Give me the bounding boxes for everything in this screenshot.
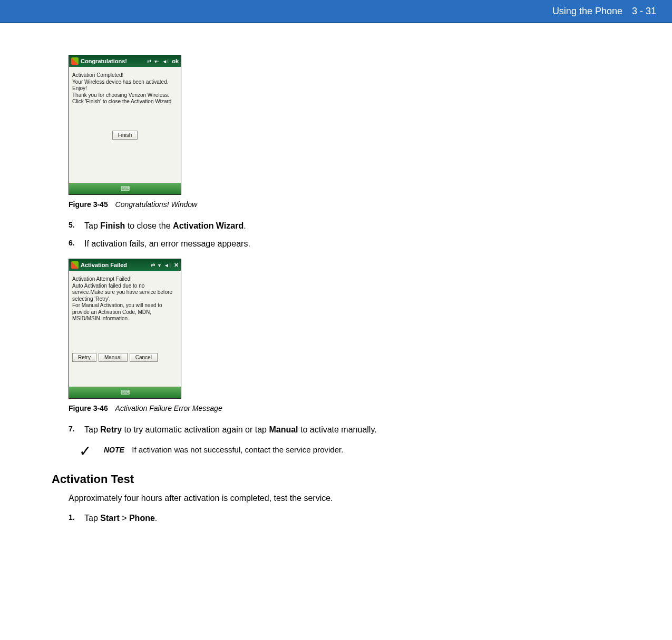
phone-bottombar: ⌨: [69, 387, 181, 398]
step-5: 5. Tap Finish to close the Activation Wi…: [69, 220, 538, 232]
phone-window-title: Activation Failed: [81, 262, 127, 268]
note-label: NOTE: [104, 446, 124, 454]
step-list: 7. Tap Retry to try automatic activation…: [69, 424, 538, 436]
step-list: 5. Tap Finish to close the Activation Wi…: [69, 220, 538, 249]
step-list: 1. Tap Start > Phone.: [69, 513, 538, 524]
figure-title: Activation Failure Error Message: [115, 404, 222, 412]
step-7: 7. Tap Retry to try automatic activation…: [69, 424, 538, 436]
connection-icon: ⇄: [151, 262, 155, 268]
note-block: ✓ NOTE If activation was not successful,…: [79, 445, 538, 459]
phone-button-row: Retry Manual Cancel: [72, 353, 178, 362]
msg-line: provide an Activation Code, MDN,: [72, 309, 178, 316]
msg-line: Click 'Finish' to close the Activation W…: [72, 99, 178, 105]
msg-line: Thank you for choosing Verizon Wireless.: [72, 92, 178, 99]
connection-icon: ⇄: [147, 58, 151, 64]
msg-line: Your Wireless device has been activated.: [72, 79, 178, 86]
checkmark-icon: ✓: [79, 444, 91, 459]
figure-caption: Figure 3-46 Activation Failure Error Mes…: [69, 404, 538, 412]
phone-body: Activation Attempt Failed! Auto Activati…: [69, 271, 181, 387]
phone-bottombar: ⌨: [69, 183, 181, 194]
figure-title: Congratulations! Window: [115, 200, 198, 209]
msg-line: For Manual Activation, you will need to: [72, 302, 178, 309]
step-text: If activation fails, an error message ap…: [84, 238, 250, 250]
msg-line: service.Make sure you have service befor…: [72, 289, 178, 296]
phone-mockup-activation-failed: Activation Failed ⇄ ▾ ◄⁞ ✕ Activation At…: [69, 259, 181, 399]
phone-body: Activation Completed! Your Wireless devi…: [69, 67, 181, 183]
ok-button[interactable]: ok: [172, 58, 179, 64]
figure-label: Figure 3-46: [69, 404, 108, 412]
page-content: Congratulations! ⇄ ▾▫ ◄⁞ ok Activation C…: [0, 23, 538, 554]
phone-titlebar: Congratulations! ⇄ ▾▫ ◄⁞ ok: [69, 55, 181, 67]
figure-3-45-image: Congratulations! ⇄ ▾▫ ◄⁞ ok Activation C…: [69, 55, 538, 195]
phone-mockup-congratulations: Congratulations! ⇄ ▾▫ ◄⁞ ok Activation C…: [69, 55, 181, 195]
msg-line: MSID/MSIN information.: [72, 316, 178, 322]
section-heading: Activation Test: [52, 472, 538, 486]
msg-line: Enjoy!: [72, 85, 178, 92]
signal-icon: ▾: [158, 262, 161, 268]
signal-icon: ▾▫: [154, 58, 159, 64]
page-number: 3 - 31: [632, 6, 656, 17]
keyboard-icon[interactable]: ⌨: [121, 185, 130, 192]
close-button[interactable]: ✕: [174, 262, 179, 269]
speaker-icon: ◄⁞: [164, 262, 171, 268]
step-number: 6.: [69, 238, 84, 250]
step-text: Tap Finish to close the Activation Wizar…: [84, 220, 246, 232]
page-header: Using the Phone 3 - 31: [0, 0, 672, 23]
chapter-title: Using the Phone: [552, 6, 622, 17]
phone-titlebar: Activation Failed ⇄ ▾ ◄⁞ ✕: [69, 259, 181, 271]
windows-icon: [71, 57, 79, 65]
step-number: 7.: [69, 424, 84, 436]
manual-button[interactable]: Manual: [99, 353, 128, 362]
msg-line: Activation Completed!: [72, 72, 178, 79]
cancel-button[interactable]: Cancel: [130, 353, 158, 362]
step-text: Tap Start > Phone.: [84, 513, 157, 524]
figure-3-46-image: Activation Failed ⇄ ▾ ◄⁞ ✕ Activation At…: [69, 259, 538, 399]
figure-label: Figure 3-45: [69, 200, 108, 209]
speaker-icon: ◄⁞: [162, 58, 169, 64]
keyboard-icon[interactable]: ⌨: [121, 389, 130, 396]
msg-line: selecting 'Retry'.: [72, 296, 178, 303]
step-number: 1.: [69, 513, 84, 524]
windows-icon: [71, 261, 79, 269]
retry-button[interactable]: Retry: [72, 353, 96, 362]
msg-line: Auto Activation failed due to no: [72, 283, 178, 290]
note-text: If activation was not successful, contac…: [132, 445, 343, 454]
figure-caption: Figure 3-45 Congratulations! Window: [69, 200, 538, 209]
step-number: 5.: [69, 220, 84, 232]
step-6: 6. If activation fails, an error message…: [69, 238, 538, 250]
section-intro: Approximately four hours after activatio…: [69, 494, 538, 503]
finish-button[interactable]: Finish: [112, 131, 138, 140]
phone-window-title: Congratulations!: [81, 58, 127, 64]
step-text: Tap Retry to try automatic activation ag…: [84, 424, 377, 436]
msg-line: Activation Attempt Failed!: [72, 276, 178, 283]
phone-button-row: Finish: [72, 131, 178, 140]
step-1: 1. Tap Start > Phone.: [69, 513, 538, 524]
